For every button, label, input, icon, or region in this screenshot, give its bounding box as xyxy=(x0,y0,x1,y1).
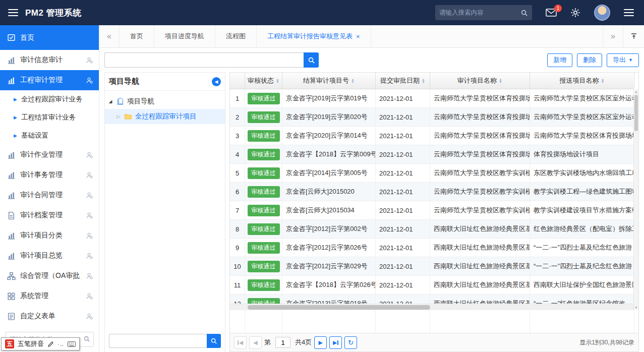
sidebar-item[interactable]: 自定义表单 xyxy=(0,306,99,326)
add-button[interactable]: 新增 xyxy=(547,53,572,67)
sidebar-item[interactable]: 审计档案管理 xyxy=(0,205,99,225)
table-row[interactable]: 4审核通过京金咨字【2018】云字第009号2021-12-01云南师范大学呈贡… xyxy=(230,145,633,164)
more-menu-icon[interactable] xyxy=(624,9,634,16)
ime-keyboard-icon[interactable] xyxy=(68,341,76,347)
ime-punctuation-icon[interactable]: ·‥ xyxy=(57,341,64,347)
report-name-cell: 教学实训楼建设项目节水措施方案编 xyxy=(530,201,633,219)
tab[interactable]: 工程结算审计报告审核意见表× xyxy=(257,25,371,47)
project-nav-panel: 项目导航 ◀ ◢ 项目导航 ▷ xyxy=(104,72,225,352)
global-search-input[interactable] xyxy=(439,9,520,16)
settings-gear-icon[interactable] xyxy=(570,8,580,18)
ime-toolbar[interactable]: 五 五笔拼音 ·‥ xyxy=(1,337,80,350)
ime-pen-icon[interactable] xyxy=(47,341,54,347)
panel-collapse-icon[interactable]: ◀ xyxy=(212,77,221,86)
prev-page-button[interactable]: ◀ xyxy=(249,336,262,349)
delete-button[interactable]: 删除 xyxy=(577,53,602,67)
vertical-scrollbar[interactable]: ▲ ▼ xyxy=(633,89,638,310)
sidebar-item[interactable]: 综合管理（OA审批） xyxy=(0,266,99,286)
last-page-button[interactable]: ▶ xyxy=(329,336,342,349)
sidebar: 首页审计信息审计工程审计管理▶全过程跟踪审计业务▶工程结算审计业务▶基础设置审计… xyxy=(0,25,99,352)
tabs-scroll-right-icon[interactable]: » xyxy=(603,25,623,47)
tree-search[interactable] xyxy=(109,334,221,348)
tree-root-node[interactable]: ◢ 项目导航 xyxy=(105,94,225,109)
tab-bar: « 首页项目进度导航流程图工程结算审计报告审核意见表× » xyxy=(99,25,644,48)
table-row[interactable]: 10审核通过京金咨字[2012]云字第029号2021-12-01西南联大旧址红… xyxy=(230,257,633,276)
vscroll-thumb[interactable] xyxy=(634,95,638,131)
tab[interactable]: 项目进度导航 xyxy=(154,25,215,47)
column-header[interactable]: 报送项目名称▲▼ xyxy=(530,73,634,89)
table-row[interactable]: 7审核通过京金咨[云师大]20150342021-12-01云南师范大学呈贡校区… xyxy=(230,201,633,220)
tree-search-button[interactable] xyxy=(207,334,221,348)
status-cell: 审核通过 xyxy=(245,164,282,182)
sidebar-item[interactable]: 系统管理 xyxy=(0,286,99,306)
export-button[interactable]: 导出▼ xyxy=(607,53,639,67)
sort-icons[interactable]: ▲▼ xyxy=(276,78,279,84)
sidebar-item[interactable]: 审计作业管理 xyxy=(0,145,99,165)
ime-mode-label[interactable]: 五笔拼音 xyxy=(18,339,44,348)
row-number-cell: 4 xyxy=(230,145,245,163)
first-page-button[interactable]: ◀ xyxy=(234,336,247,349)
table-search-button[interactable] xyxy=(304,52,319,68)
column-header[interactable]: 提交审批日期▲▼ xyxy=(376,73,430,89)
table-row[interactable]: 12审核通过京金咨字[2013]云字第018号2021-12-01西南联大旧址红… xyxy=(230,295,633,304)
sidebar-item[interactable]: 审计信息审计 xyxy=(0,50,99,70)
refresh-icon[interactable]: ↻ xyxy=(344,336,357,349)
sidebar-item[interactable]: 工程审计管理 xyxy=(0,70,99,90)
table-row[interactable]: 3审核通过京金咨字[2020]云字第014号2021-12-01云南师范大学呈贡… xyxy=(230,127,633,145)
tab[interactable]: 首页 xyxy=(120,25,154,47)
menu-toggle-icon[interactable] xyxy=(8,9,18,16)
sort-icons[interactable]: ▲▼ xyxy=(499,78,502,84)
ime-logo-icon[interactable]: 五 xyxy=(5,339,14,348)
hscroll-thumb[interactable] xyxy=(248,305,430,310)
collapse-tabs-icon[interactable] xyxy=(623,25,644,47)
sidebar-item[interactable]: 审计合同管理 xyxy=(0,185,99,205)
tree-node-label[interactable]: 全过程跟踪审计项目 xyxy=(135,112,197,121)
sort-icons[interactable]: ▲▼ xyxy=(601,78,605,84)
project-no-cell: 京金咨字[2020]云字第014号 xyxy=(282,127,376,145)
next-page-button[interactable]: ▶ xyxy=(314,336,327,349)
search-icon[interactable] xyxy=(83,335,90,342)
table-row[interactable]: 11审核通过京金咨字【2018】云字第026号2021-12-01西南联大旧址红… xyxy=(230,276,633,295)
mail-icon[interactable]: 1 xyxy=(546,9,557,17)
tree-search-input[interactable] xyxy=(109,334,207,348)
tree-node-selected[interactable]: ▷ 全过程跟踪审计项目 xyxy=(105,109,225,124)
sidebar-item[interactable]: 审计事务管理 xyxy=(0,165,99,185)
sidebar-item[interactable]: 审计项目分类 xyxy=(0,225,99,246)
status-badge: 审核通过 xyxy=(248,149,280,160)
user-avatar[interactable] xyxy=(594,5,610,21)
scroll-down-icon[interactable]: ▼ xyxy=(634,306,638,309)
sidebar-item[interactable]: 审计项目总览 xyxy=(0,246,99,266)
table-row[interactable]: 5审核通过京金咨字[2014]云字第005号2021-12-01云南师范大学呈贡… xyxy=(230,164,633,183)
horizontal-scrollbar[interactable] xyxy=(230,304,633,310)
search-icon[interactable] xyxy=(520,9,528,17)
table-search[interactable] xyxy=(104,52,319,68)
tab[interactable]: 流程图 xyxy=(215,25,257,47)
table-row[interactable]: 8审核通过京金咨字[2012]云字第002号2021-12-01西南联大旧址红色… xyxy=(230,220,633,239)
table-search-input[interactable] xyxy=(104,52,304,68)
sidebar-subitem[interactable]: ▶全过程跟踪审计业务 xyxy=(0,90,99,108)
table-row[interactable]: 2审核通过京金咨字[2019]云字第020号2021-12-01云南师范大学呈贡… xyxy=(230,108,633,127)
tree-expand-icon[interactable]: ◢ xyxy=(108,99,113,104)
project-no-cell: 京金咨字[2012]云字第026号 xyxy=(282,239,376,257)
column-header[interactable]: 审计项目名称▲▼ xyxy=(430,73,530,89)
sidebar-subitem[interactable]: ▶工程结算审计业务 xyxy=(0,108,99,127)
tabs-scroll-left-icon[interactable]: « xyxy=(99,25,120,47)
column-header[interactable]: 结算审计项目号▲▼ xyxy=(282,73,376,89)
tree-root-label[interactable]: 项目导航 xyxy=(127,97,154,106)
table-row[interactable]: 1审核通过京金咨字[2019]云字第019号2021-12-01云南师范大学呈贡… xyxy=(230,89,633,108)
scroll-up-icon[interactable]: ▲ xyxy=(634,90,638,93)
status-badge: 审核通过 xyxy=(248,279,280,291)
global-search[interactable] xyxy=(435,5,532,20)
column-header[interactable]: 审核状态▲▼ xyxy=(245,73,282,89)
sidebar-subitem[interactable]: ▶基础设置 xyxy=(0,127,99,145)
sidebar-item[interactable]: 首页 xyxy=(0,25,99,50)
sort-icons[interactable]: ▲▼ xyxy=(422,78,425,84)
audit-name-cell: 云南师范大学呈贡校区体育投掷场地 xyxy=(430,127,530,145)
page-number-input[interactable] xyxy=(275,337,290,348)
tree-collapsed-icon[interactable]: ▷ xyxy=(116,114,121,119)
table-row[interactable]: 6审核通过京金咨[云师大]20150202021-12-01云南师范大学呈贡校区… xyxy=(230,183,633,201)
close-icon[interactable]: × xyxy=(356,33,360,40)
table-row[interactable]: 9审核通过京金咨字[2012]云字第026号2021-12-01西南联大旧址红色… xyxy=(230,239,633,257)
sidebar-item-label: 审计事务管理 xyxy=(20,170,81,180)
sort-icons[interactable]: ▲▼ xyxy=(351,78,355,84)
